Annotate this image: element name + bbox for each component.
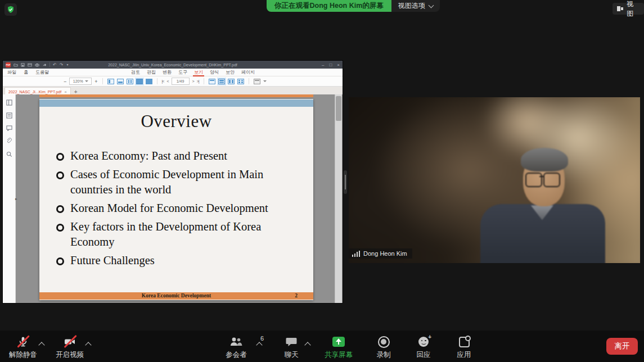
bullet-item: Korea Economy: Past and Present: [56, 148, 287, 164]
participant-video-feed: Dong Heon Kim: [349, 97, 640, 263]
window-controls: – □ ×: [322, 62, 340, 67]
menu-edit[interactable]: 편집: [147, 69, 156, 75]
titlebar-separator: [49, 62, 50, 67]
participants-label: 参会者: [226, 350, 247, 360]
unmute-button[interactable]: 解除静音: [0, 335, 48, 360]
start-video-button[interactable]: 开启视频: [44, 335, 95, 360]
window-icon[interactable]: [28, 63, 32, 67]
menu-security[interactable]: 보안: [226, 69, 235, 75]
sharing-status-bar: 你正在观看Dong Heon Kim的屏幕 视图选项: [267, 0, 440, 12]
open-folder-icon[interactable]: [13, 63, 18, 67]
camera-off-icon: [63, 335, 76, 349]
view-button-label: 视图: [627, 0, 640, 19]
bookmarks-panel-icon[interactable]: [6, 112, 12, 119]
bullet-marker: [56, 153, 64, 161]
share-screen-label: 共享屏幕: [325, 350, 353, 360]
menu-home[interactable]: 홈: [24, 69, 28, 75]
menu-group-right: 검토 편집 변환 도구 보기 양식 보안 페이지: [131, 69, 255, 75]
glasses-bridge: [539, 176, 544, 177]
zoom-caret-icon: [85, 80, 88, 82]
view-button[interactable]: 视图: [613, 3, 644, 15]
full-width-view-icon[interactable]: [146, 79, 152, 84]
next-page-button[interactable]: >: [192, 79, 194, 83]
menu-view-active[interactable]: 보기: [194, 69, 203, 75]
bullet-text: Cases of Economic Development in Main co…: [70, 167, 287, 197]
share-arrow-icon[interactable]: [42, 63, 47, 67]
close-icon[interactable]: ×: [337, 62, 340, 67]
minimize-icon[interactable]: –: [322, 62, 324, 67]
pane-drag-handle[interactable]: [344, 170, 347, 194]
redo-icon[interactable]: ↷: [60, 62, 64, 67]
search-panel-icon[interactable]: [6, 151, 12, 157]
participants-button[interactable]: 6 参会者: [211, 335, 262, 360]
chat-chevron[interactable]: [304, 342, 310, 348]
continuous-layout-icon[interactable]: [218, 79, 225, 84]
quick-access-toolbar: ↶ ↷ ▼: [13, 62, 69, 67]
participants-chevron[interactable]: [256, 342, 262, 348]
apps-button[interactable]: 应用: [439, 335, 489, 360]
pdf-titlebar: PDF ↶ ↷ ▼ 2022_NASC_Jilin_Univ_Korea_Eco…: [3, 61, 343, 69]
maximize-icon[interactable]: □: [329, 62, 332, 67]
zoom-level-value: 120%: [73, 79, 83, 83]
start-video-label: 开启视频: [56, 350, 84, 360]
grid-layout-icon[interactable]: [237, 79, 244, 84]
continuous-view-icon[interactable]: [127, 79, 133, 84]
two-page-layout-icon[interactable]: [228, 79, 235, 84]
pdf-menubar: 파일 홈 도움말 검토 편집 변환 도구 보기 양식 보안 페이지: [3, 69, 343, 76]
participant-name: Dong Heon Kim: [363, 250, 407, 257]
bullet-text: Future Challenges: [70, 253, 155, 268]
zoom-out-button[interactable]: −: [64, 79, 66, 84]
pdf-app-icon: PDF: [6, 62, 11, 67]
menu-forms[interactable]: 양식: [210, 69, 219, 75]
one-page-layout-icon[interactable]: [209, 79, 215, 84]
security-button[interactable]: [4, 3, 17, 16]
menu-tools[interactable]: 도구: [178, 69, 187, 75]
sidebar-collapse-arrow[interactable]: ▸: [15, 197, 17, 201]
pdf-document-area: ▸ Overview Korea Economy: Past and Prese…: [3, 94, 343, 303]
qat-more-icon[interactable]: ▼: [66, 63, 69, 66]
video-options-chevron[interactable]: [85, 342, 91, 348]
zoom-level-select[interactable]: 120%: [69, 78, 92, 85]
tab-close-icon[interactable]: ×: [64, 89, 67, 94]
menu-group-left: 파일 홈 도움말: [7, 69, 49, 75]
menu-page[interactable]: 페이지: [241, 69, 255, 75]
zoom-in-button[interactable]: +: [94, 79, 97, 84]
undo-icon[interactable]: ↶: [53, 62, 57, 67]
thumbnails-panel-icon[interactable]: [6, 99, 12, 106]
first-page-button[interactable]: |<: [162, 79, 164, 83]
save-icon[interactable]: [21, 63, 25, 67]
print-icon[interactable]: [35, 63, 39, 67]
menu-convert[interactable]: 변환: [163, 69, 172, 75]
display-options-caret-icon[interactable]: [263, 80, 267, 82]
chat-bubble-icon: [285, 335, 298, 349]
fit-width-view-icon[interactable]: [117, 79, 124, 84]
leave-button[interactable]: 离开: [606, 338, 638, 355]
fit-page-view-icon[interactable]: [136, 79, 143, 84]
menu-help[interactable]: 도움말: [35, 69, 49, 75]
document-scrollbar[interactable]: [335, 94, 342, 303]
pdf-sidebar: [3, 94, 16, 303]
participants-icon: 6: [229, 335, 244, 349]
menu-review[interactable]: 검토: [131, 69, 140, 75]
slide-page-number: 2: [295, 293, 298, 298]
slide-page: Overview Korea Economy: Past and Present…: [39, 99, 313, 300]
chat-button[interactable]: 聊天: [266, 335, 317, 360]
last-page-button[interactable]: >|: [197, 79, 199, 83]
bullet-item: Korean Model for Economic Development: [56, 201, 287, 216]
comments-panel-icon[interactable]: [6, 125, 12, 131]
view-options-dropdown[interactable]: 视图选项: [391, 0, 440, 12]
slide-header-bar: [39, 99, 313, 107]
menu-file[interactable]: 파일: [7, 69, 16, 75]
record-label: 录制: [377, 350, 391, 360]
page-display-options-icon[interactable]: [254, 79, 260, 84]
bullet-marker: [56, 257, 64, 265]
microphone-muted-icon: [17, 335, 29, 349]
page-indicator-input[interactable]: 1/49: [172, 78, 190, 85]
scrollbar-thumb[interactable]: [336, 96, 341, 121]
audio-options-chevron[interactable]: [38, 342, 44, 348]
attachments-panel-icon[interactable]: [6, 138, 12, 144]
prev-page-button[interactable]: <: [166, 79, 168, 83]
share-screen-button[interactable]: 共享屏幕: [313, 335, 364, 360]
zoom-meeting-window: 你正在观看Dong Heon Kim的屏幕 视图选项 视图 PDF ↶ ↷ ▼ …: [0, 0, 644, 362]
single-page-view-icon[interactable]: [107, 79, 114, 84]
